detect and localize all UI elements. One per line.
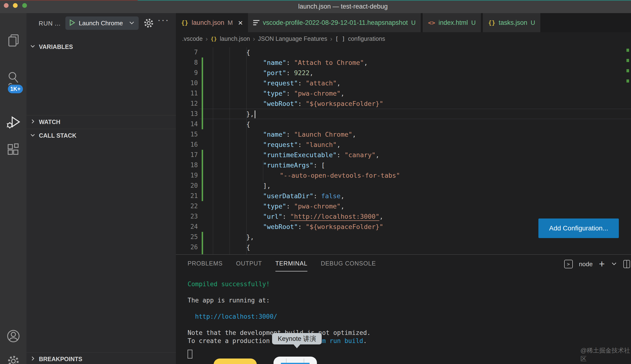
code-line-8[interactable]: 8"name": "Attach to Chrome", <box>176 58 631 68</box>
code-line-15[interactable]: 15"name": "Launch Chrome", <box>176 129 631 140</box>
code-text: "request": "launch", <box>263 140 341 150</box>
split-terminal-icon[interactable] <box>623 260 630 268</box>
close-window-button[interactable] <box>4 3 9 8</box>
minimize-window-button[interactable] <box>13 3 18 8</box>
code-text: "type": "pwa-chrome", <box>263 88 344 98</box>
panel-tab-problems[interactable]: PROBLEMS <box>188 260 223 272</box>
screen-edge-strip-right <box>138 0 631 1</box>
code-line-9[interactable]: 9"port": 9222, <box>176 68 631 78</box>
tab-index.html[interactable]: <>index.htmlU <box>423 13 481 32</box>
breadcrumb-item[interactable]: JSON Language Features <box>258 35 327 42</box>
code-line-11[interactable]: 11"type": "pwa-chrome", <box>176 88 631 98</box>
section-variables[interactable]: VARIABLES <box>27 40 176 54</box>
chevron-down-icon <box>30 43 36 50</box>
panel-tab-terminal[interactable]: TERMINAL <box>275 260 307 272</box>
code-text: "runtimeArgs": [ <box>263 160 325 170</box>
modified-line-indicator <box>202 98 203 109</box>
line-number: 26 <box>176 242 198 252</box>
dock-icon-yellow-app[interactable] <box>214 358 257 364</box>
code-line-18[interactable]: 18"runtimeArgs": [ <box>176 160 631 170</box>
terminal-line: http://localhost:3000/ <box>188 312 277 320</box>
breadcrumb-separator: › <box>330 35 332 43</box>
breadcrumb-item[interactable]: configurations <box>348 35 385 42</box>
code-text: { <box>246 242 250 252</box>
breadcrumb-separator: › <box>206 35 208 43</box>
modified-line-indicator <box>202 109 203 119</box>
sidebar-item-run-debug[interactable] <box>0 115 27 130</box>
overview-ruler-mark <box>626 49 629 52</box>
files-icon <box>7 34 20 48</box>
add-configuration-button[interactable]: Add Configuration... <box>538 218 619 238</box>
code-text: "port": 9222, <box>263 68 313 78</box>
line-number: 8 <box>176 58 198 68</box>
modified-line-indicator <box>202 78 203 88</box>
source-control-badge: 1K+ <box>7 84 24 94</box>
code-line-19[interactable]: 19"--auto-open-devtools-for-tabs" <box>176 170 631 180</box>
section-call-stack[interactable]: CALL STACK <box>27 129 176 142</box>
panel-tab-debug-console[interactable]: DEBUG CONSOLE <box>321 260 376 272</box>
tab-launch.json[interactable]: {}launch.jsonM× <box>176 13 248 32</box>
modified-line-indicator <box>202 242 203 252</box>
code-line-26[interactable]: 26{ <box>176 242 631 252</box>
line-number: 19 <box>176 170 198 180</box>
code-text: }, <box>246 232 254 242</box>
terminal-line: Compiled successfully! <box>188 280 270 288</box>
run-debug-sidebar: RUN ... Launch Chrome ··· VARIABLES WATC… <box>27 13 176 364</box>
close-icon[interactable]: × <box>238 18 243 27</box>
tab-label: tasks.json <box>499 19 527 26</box>
section-label: WATCH <box>39 118 60 126</box>
code-line-21[interactable]: 21"userDataDir": false, <box>176 191 631 201</box>
terminal-icon: > <box>564 260 573 268</box>
panel-tab-output[interactable]: OUTPUT <box>236 260 262 272</box>
code-line-20[interactable]: 20], <box>176 180 631 191</box>
terminal-controls: > node + <box>564 259 630 269</box>
configure-gear-icon[interactable] <box>143 18 154 30</box>
new-terminal-icon[interactable]: + <box>599 259 605 269</box>
code-text: "url": "http://localhost:3000", <box>263 211 383 222</box>
modified-line-indicator <box>202 180 203 191</box>
code-line-16[interactable]: 16"request": "launch", <box>176 140 631 150</box>
modified-line-indicator <box>202 191 203 201</box>
code-text: "webRoot": "${workspaceFolder}" <box>263 222 383 232</box>
code-line-7[interactable]: 7{ <box>176 47 631 58</box>
section-breakpoints[interactable]: BREAKPOINTS <box>27 352 176 364</box>
line-number: 18 <box>176 160 198 170</box>
sidebar-item-explorer[interactable] <box>0 34 27 48</box>
line-number: 17 <box>176 150 198 160</box>
keynote-icon-screen <box>281 363 310 364</box>
breadcrumb-item[interactable]: .vscode <box>182 35 203 42</box>
more-actions-icon[interactable]: ··· <box>158 15 170 25</box>
breadcrumb-separator: › <box>253 35 255 43</box>
start-debug-icon[interactable] <box>69 19 76 27</box>
code-line-22[interactable]: 22"type": "pwa-chrome", <box>176 201 631 211</box>
breadcrumb-item[interactable]: launch.json <box>220 35 250 42</box>
chevron-down-icon[interactable] <box>611 260 617 268</box>
line-number: 24 <box>176 222 198 232</box>
zoom-window-button[interactable] <box>22 3 27 8</box>
breadcrumb[interactable]: .vscode›{}launch.json›JSON Language Feat… <box>176 32 631 45</box>
line-number: 14 <box>176 119 198 129</box>
code-line-12[interactable]: 12"webRoot": "${workspaceFolder}" <box>176 98 631 109</box>
section-watch[interactable]: WATCH <box>27 115 176 128</box>
heapsnapshot-file-icon <box>253 19 259 26</box>
tab-vscode-profile-2022-08-29-12-01-11.heapsnapshot[interactable]: vscode-profile-2022-08-29-12-01-11.heaps… <box>248 13 421 32</box>
code-line-10[interactable]: 10"request": "attach", <box>176 78 631 88</box>
line-number: 13 <box>176 109 198 119</box>
terminal-cursor <box>188 350 192 358</box>
account-icon <box>7 330 20 344</box>
code-line-13[interactable]: 13}, <box>176 109 631 119</box>
tab-label: launch.json <box>192 19 224 26</box>
extensions-icon <box>7 143 20 158</box>
account-button[interactable] <box>0 330 27 344</box>
line-number: 20 <box>176 180 198 191</box>
sidebar-item-extensions[interactable] <box>0 143 27 158</box>
settings-button[interactable] <box>0 354 27 364</box>
git-status-badge: U <box>411 19 416 26</box>
dock-icon-keynote[interactable] <box>274 356 317 364</box>
launch-configuration-dropdown[interactable]: Launch Chrome <box>65 16 139 30</box>
code-line-14[interactable]: 14{ <box>176 119 631 129</box>
line-number: 21 <box>176 191 198 201</box>
tab-tasks.json[interactable]: {}tasks.jsonU <box>483 13 540 32</box>
code-line-17[interactable]: 17"runtimeExecutable": "canary", <box>176 150 631 160</box>
chevron-down-icon <box>129 20 135 27</box>
